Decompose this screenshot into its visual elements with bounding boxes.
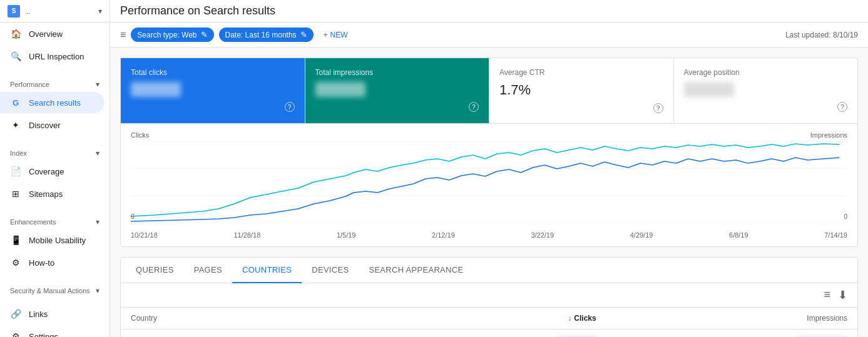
y-left-bottom: 0 — [131, 213, 135, 220]
table-row: United States — [121, 329, 857, 338]
stat-ctr-value: 1.7% — [499, 82, 663, 98]
collapse-security-icon[interactable]: ▾ — [96, 286, 100, 295]
country-us: United States — [121, 329, 400, 338]
sidebar-logo[interactable]: S ... ▾ — [0, 0, 110, 23]
stat-card-clicks[interactable]: Total clicks ? — [121, 58, 305, 123]
stat-ctr-info-icon[interactable]: ? — [653, 103, 663, 113]
sidebar-item-search-results[interactable]: G Search results — [0, 92, 105, 113]
logo-icon: S — [8, 5, 20, 18]
sidebar-item-coverage-label: Coverage — [29, 167, 64, 176]
filter-icon[interactable]: ≡ — [120, 29, 126, 41]
stats-cards: Total clicks ? Total impressions ? — [121, 58, 857, 124]
x-label-6: 6/8/19 — [729, 231, 748, 239]
chart-y-right: 0 — [844, 139, 847, 220]
section-security-label: Security & Manual Actions — [10, 287, 90, 294]
countries-table: Country ↓Clicks Impressions United State… — [121, 307, 857, 337]
stat-ctr-label: Average CTR — [499, 68, 663, 77]
sidebar-item-discover[interactable]: ✦ Discover — [0, 114, 105, 136]
x-label-7: 7/14/19 — [824, 231, 847, 239]
page-title: Performance on Search results — [120, 4, 275, 18]
main-body: ≡ Search type: Web ✎ Date: Last 16 month… — [110, 23, 868, 337]
date-range-chip[interactable]: Date: Last 16 months ✎ — [219, 28, 314, 42]
stat-card-ctr[interactable]: Average CTR 1.7% ? — [489, 58, 674, 123]
stat-impressions-blur — [315, 82, 365, 97]
stat-clicks-label: Total clicks — [131, 68, 295, 77]
sidebar-item-how-to[interactable]: ⚙ How-to — [0, 252, 105, 273]
sidebar-item-sitemaps-label: Sitemaps — [29, 189, 63, 199]
sidebar-item-links-label: Links — [29, 309, 48, 319]
tab-devices[interactable]: DEVICES — [302, 258, 359, 283]
site-name: ... — [25, 8, 31, 15]
stat-card-position[interactable]: Average position ? — [674, 58, 858, 123]
chart-area: Clicks Impressions — [121, 124, 857, 246]
tab-search-appearance[interactable]: SEARCH APPEARANCE — [359, 258, 473, 283]
logo-chevron-icon[interactable]: ▾ — [98, 7, 102, 16]
sidebar-item-settings[interactable]: ⚙ Settings — [0, 326, 105, 337]
main-content: Performance on Search results ≡ Search t… — [110, 0, 868, 337]
date-range-label: Date: Last 16 months — [225, 31, 297, 39]
stat-clicks-info-icon[interactable]: ? — [285, 102, 295, 112]
collapse-performance-icon[interactable]: ▾ — [96, 80, 100, 89]
coverage-icon: 📄 — [10, 166, 21, 177]
tab-pages[interactable]: PAGES — [184, 258, 232, 283]
sidebar-item-mobile-label: Mobile Usability — [29, 236, 86, 245]
sidebar-item-discover-label: Discover — [29, 121, 61, 130]
search-type-label: Search type: Web — [137, 31, 197, 39]
sidebar-item-overview[interactable]: 🏠 Overview — [0, 23, 105, 44]
stat-position-value — [684, 82, 848, 97]
chart-svg — [131, 141, 847, 223]
chart-x-labels: 10/21/18 11/28/18 1/5/19 2/12/19 3/22/19… — [131, 231, 847, 239]
section-performance-label: Performance — [10, 81, 49, 88]
stat-impressions-value — [315, 82, 479, 97]
sort-arrow-icon: ↓ — [568, 314, 571, 323]
clicks-us — [400, 329, 606, 338]
x-label-5: 4/29/19 — [630, 231, 653, 239]
section-index: Index ▾ — [0, 141, 110, 160]
mobile-icon: 📱 — [10, 234, 21, 246]
section-security: Security & Manual Actions ▾ — [0, 279, 110, 298]
edit-search-type-icon: ✎ — [201, 30, 208, 39]
page-header: Performance on Search results — [110, 0, 868, 23]
col-impressions: Impressions — [606, 308, 857, 329]
stat-clicks-blur — [131, 82, 181, 97]
sitemaps-icon: ⊞ — [10, 188, 21, 199]
chart-container — [131, 141, 847, 229]
tab-queries[interactable]: QUERIES — [126, 258, 184, 283]
sidebar-item-mobile-usability[interactable]: 📱 Mobile Usability — [0, 229, 105, 251]
search-type-chip[interactable]: Search type: Web ✎ — [131, 28, 213, 42]
sidebar-item-overview-label: Overview — [29, 29, 63, 39]
stat-card-impressions[interactable]: Total impressions ? — [305, 58, 490, 123]
sidebar-item-links[interactable]: 🔗 Links — [0, 303, 105, 324]
sidebar-item-coverage[interactable]: 📄 Coverage — [0, 161, 105, 182]
download-icon[interactable]: ⬇ — [838, 288, 847, 302]
stat-impressions-info-icon[interactable]: ? — [469, 102, 479, 112]
filter-rows-icon[interactable]: ≡ — [824, 288, 830, 302]
filter-bar: ≡ Search type: Web ✎ Date: Last 16 month… — [110, 23, 868, 48]
impressions-us — [606, 329, 857, 338]
last-updated: Last updated: 8/10/19 — [785, 31, 858, 39]
sidebar-item-url-label: URL Inspection — [29, 52, 84, 61]
stat-position-info-icon[interactable]: ? — [837, 102, 847, 112]
discover-icon: ✦ — [10, 119, 21, 131]
chart-left-label: Clicks — [131, 131, 149, 139]
collapse-enhancements-icon[interactable]: ▾ — [96, 218, 100, 226]
stat-clicks-footer: ? — [131, 102, 295, 112]
stat-position-blur — [684, 82, 734, 97]
stat-impressions-footer: ? — [315, 102, 479, 112]
search-icon: 🔍 — [10, 51, 21, 62]
links-icon: 🔗 — [10, 308, 21, 319]
sidebar-item-settings-label: Settings — [29, 332, 58, 338]
col-clicks[interactable]: ↓Clicks — [400, 308, 606, 329]
stat-position-footer: ? — [684, 102, 848, 112]
y-right-bottom: 0 — [844, 213, 847, 220]
add-filter-button[interactable]: + NEW — [319, 28, 353, 42]
how-to-icon: ⚙ — [10, 257, 21, 268]
section-performance: Performance ▾ — [0, 73, 110, 91]
sidebar-item-url-inspection[interactable]: 🔍 URL Inspection — [0, 46, 105, 67]
settings-icon: ⚙ — [10, 331, 21, 337]
tab-countries[interactable]: COUNTRIES — [232, 258, 302, 283]
sidebar-item-sitemaps[interactable]: ⊞ Sitemaps — [0, 183, 105, 204]
chart-y-left: 0 — [131, 139, 135, 220]
collapse-index-icon[interactable]: ▾ — [96, 149, 100, 158]
tabs-section: QUERIES PAGES COUNTRIES DEVICES SEARCH A… — [120, 257, 858, 337]
